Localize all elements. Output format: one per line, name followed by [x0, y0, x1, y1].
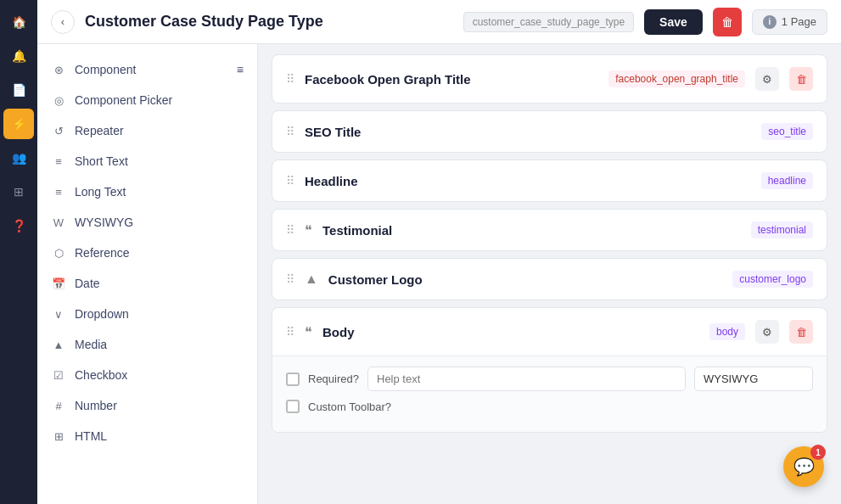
component-icon: ⊛	[51, 62, 66, 77]
sidebar-item-media[interactable]: ▲ Media	[37, 329, 257, 360]
top-bar: ‹ Customer Case Study Page Type customer…	[37, 0, 841, 44]
field-row-testimonial: ⠿ ❝ Testimonial testimonial	[272, 210, 827, 250]
sidebar-label-long-text: Long Text	[75, 185, 126, 199]
sidebar-label-repeater: Repeater	[75, 124, 124, 137]
field-slug-facebook-og-title: facebook_open_graph_title	[608, 70, 745, 87]
field-card-headline: ⠿ Headline headline	[272, 160, 827, 202]
quote-icon: ❝	[305, 222, 312, 238]
back-button[interactable]: ‹	[51, 10, 75, 34]
sidebar-label-component-picker: Component Picker	[75, 93, 172, 107]
nav-grid[interactable]: ⊞	[3, 176, 34, 207]
chat-badge: 1	[810, 445, 826, 460]
page-count-label: 1 Page	[782, 15, 816, 28]
sidebar-label-media: Media	[75, 338, 107, 351]
field-slug-customer-logo: customer_logo	[732, 271, 813, 288]
sidebar-item-component-picker[interactable]: ◎ Component Picker	[37, 85, 257, 115]
delete-button-body[interactable]: 🗑	[789, 320, 813, 344]
drag-handle-icon[interactable]: ⠿	[286, 72, 294, 86]
html-icon: ⊞	[51, 428, 66, 444]
wysiwyg-icon: W	[51, 215, 66, 230]
dropdown-icon: ∨	[51, 306, 66, 322]
field-slug-seo-title: seo_title	[761, 123, 813, 140]
date-icon: 📅	[51, 276, 66, 291]
media-icon: ▲	[51, 337, 66, 352]
sidebar-item-html[interactable]: ⊞ HTML	[37, 421, 257, 451]
field-name-facebook-og-title: Facebook Open Graph Title	[305, 72, 598, 87]
drag-handle-icon[interactable]: ⠿	[286, 272, 294, 286]
nav-star[interactable]: ⚡	[3, 109, 34, 139]
field-expanded-toolbar-row: Custom Toolbar?	[286, 400, 813, 413]
sidebar-section: ⊛ Component ≡ ◎ Component Picker ↺ Repea…	[37, 51, 257, 455]
field-row-headline: ⠿ Headline headline	[272, 160, 827, 201]
main-area: ‹ Customer Case Study Page Type customer…	[37, 0, 841, 504]
field-name-seo-title: SEO Title	[305, 125, 751, 139]
sidebar: ⊛ Component ≡ ◎ Component Picker ↺ Repea…	[37, 44, 258, 504]
left-nav: 🏠 🔔 📄 ⚡ 👥 ⊞ ❓	[0, 0, 37, 504]
field-expanded-required-row: Required? WYSIWYG Short Text Long Text M…	[286, 367, 813, 391]
sidebar-item-reference[interactable]: ⬡ Reference	[37, 238, 257, 268]
drag-handle-icon[interactable]: ⠿	[286, 174, 294, 188]
page-count-button[interactable]: i 1 Page	[752, 9, 827, 35]
number-icon: #	[51, 398, 66, 413]
type-select[interactable]: WYSIWYG Short Text Long Text Markdown	[694, 367, 813, 391]
custom-toolbar-label: Custom Toolbar?	[308, 400, 391, 413]
sidebar-label-date: Date	[75, 277, 100, 290]
sidebar-item-long-text[interactable]: ≡ Long Text	[37, 176, 257, 207]
sidebar-label-short-text: Short Text	[75, 154, 128, 168]
nav-help[interactable]: ❓	[3, 210, 34, 241]
nav-users[interactable]: 👥	[3, 143, 34, 173]
sidebar-item-checkbox[interactable]: ☑ Checkbox	[37, 360, 257, 390]
delete-button-facebook-og-title[interactable]: 🗑	[789, 67, 813, 91]
sidebar-label-number: Number	[75, 399, 117, 412]
quote-icon-body: ❝	[305, 324, 312, 340]
field-card-facebook-og-title: ⠿ Facebook Open Graph Title facebook_ope…	[272, 54, 827, 104]
sidebar-item-date[interactable]: 📅 Date	[37, 268, 257, 299]
sidebar-item-dropdown[interactable]: ∨ Dropdown	[37, 299, 257, 329]
delete-button[interactable]: 🗑	[713, 8, 742, 36]
field-card-testimonial: ⠿ ❝ Testimonial testimonial	[272, 209, 827, 251]
drag-handle-icon[interactable]: ⠿	[286, 125, 294, 138]
drag-handle-icon[interactable]: ⠿	[286, 223, 294, 237]
sidebar-item-wysiwyg[interactable]: W WYSIWYG	[37, 207, 257, 238]
field-name-customer-logo: Customer Logo	[328, 272, 722, 287]
help-text-input[interactable]	[367, 367, 686, 391]
save-button[interactable]: Save	[644, 9, 703, 35]
field-expanded-body: Required? WYSIWYG Short Text Long Text M…	[272, 356, 827, 432]
chat-icon: 💬	[793, 456, 815, 477]
info-icon: i	[763, 15, 777, 29]
drag-handle-icon[interactable]: ⠿	[286, 325, 294, 339]
field-row-body: ⠿ ❝ Body body ⚙ 🗑	[272, 308, 827, 356]
field-name-body: Body	[322, 325, 699, 339]
chat-bubble[interactable]: 💬 1	[783, 446, 824, 487]
nav-docs[interactable]: 📄	[3, 75, 34, 105]
sidebar-label-wysiwyg: WYSIWYG	[75, 216, 133, 229]
sidebar-item-number[interactable]: # Number	[37, 390, 257, 421]
field-name-testimonial: Testimonial	[322, 223, 741, 238]
field-row-seo-title: ⠿ SEO Title seo_title	[272, 111, 827, 152]
repeater-icon: ↺	[51, 123, 66, 138]
page-title: Customer Case Study Page Type	[85, 13, 453, 31]
settings-button-facebook-og-title[interactable]: ⚙	[755, 67, 779, 91]
checkbox-icon: ☑	[51, 367, 66, 383]
sidebar-label-component: Component	[75, 63, 136, 76]
required-checkbox[interactable]	[286, 372, 300, 386]
nav-home[interactable]: 🏠	[3, 7, 34, 37]
sidebar-item-component[interactable]: ⊛ Component ≡	[37, 54, 257, 85]
slug-badge: customer_case_study_page_type	[463, 12, 634, 32]
short-text-icon: ≡	[51, 154, 66, 169]
media-field-icon: ▲	[305, 272, 318, 287]
settings-button-body[interactable]: ⚙	[755, 320, 779, 344]
sidebar-item-repeater[interactable]: ↺ Repeater	[37, 115, 257, 146]
sidebar-label-checkbox: Checkbox	[75, 368, 127, 382]
field-name-headline: Headline	[305, 174, 751, 188]
field-list: ⠿ Facebook Open Graph Title facebook_ope…	[258, 44, 841, 504]
content-area: ⊛ Component ≡ ◎ Component Picker ↺ Repea…	[37, 44, 841, 504]
back-icon: ‹	[61, 15, 64, 28]
sidebar-label-dropdown: Dropdown	[75, 307, 129, 321]
custom-toolbar-checkbox[interactable]	[286, 400, 300, 413]
nav-bell[interactable]: 🔔	[3, 41, 34, 71]
trash-icon: 🗑	[721, 15, 733, 29]
field-row-facebook-og-title: ⠿ Facebook Open Graph Title facebook_ope…	[272, 55, 827, 103]
field-slug-body: body	[709, 323, 745, 340]
sidebar-item-short-text[interactable]: ≡ Short Text	[37, 146, 257, 176]
